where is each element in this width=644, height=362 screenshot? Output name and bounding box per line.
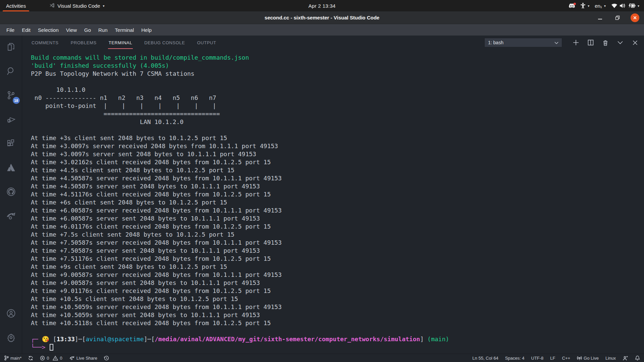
terminal-line: LAN 10.1.2.0 — [31, 118, 641, 126]
terminal-line: ┌─ 😘 [13:33]─[avinal@spacetime]─[/media/… — [31, 335, 641, 343]
accounts-icon[interactable] — [3, 305, 19, 321]
extensions-icon[interactable] — [3, 135, 19, 152]
wifi-icon — [611, 3, 618, 8]
terminal-line: At time +4.5s client sent 2048 bytes to … — [31, 166, 641, 174]
menu-help[interactable]: Help — [138, 26, 155, 34]
github-icon[interactable] — [3, 184, 19, 200]
feedback-icon — [623, 356, 628, 361]
terminal-panel: COMMENTS PROBLEMS TERMINAL DEBUG CONSOLE… — [22, 36, 644, 354]
live-share-icon[interactable] — [3, 208, 19, 224]
terminal-line: At time +7.5s client sent 2048 bytes to … — [31, 231, 641, 239]
eol-sequence[interactable]: LF — [550, 356, 555, 361]
chevron-down-icon — [554, 40, 558, 45]
split-terminal-icon[interactable] — [586, 38, 595, 47]
terminal-line: At time +9s client sent 2048 bytes to 10… — [31, 263, 641, 271]
run-debug-icon[interactable] — [3, 111, 19, 127]
terminal-line: At time +7.50587s server received 2048 b… — [31, 239, 641, 247]
activities-label: Activities — [6, 3, 26, 9]
terminal-line: Build commands will be stored in build/c… — [31, 54, 641, 62]
terminal-line: At time +7.51176s client received 2048 b… — [31, 255, 641, 263]
desktop: Activities Visual Studio Code ▾ Apr 2 13… — [0, 0, 644, 362]
menu-view[interactable]: View — [62, 26, 80, 34]
accessibility-tray-button[interactable]: ▾ — [580, 3, 589, 9]
terminal-line — [31, 327, 641, 335]
language-mode[interactable]: C++ — [562, 356, 571, 361]
terminal-line: At time +6.00587s server received 2048 b… — [31, 206, 641, 215]
close-panel-icon[interactable] — [631, 38, 639, 47]
menu-file[interactable]: File — [3, 26, 18, 34]
terminal-line: At time +3.02162s client received 2048 b… — [31, 158, 641, 166]
source-control-badge: 18 — [13, 97, 20, 104]
go-live-button[interactable]: Go Live — [577, 356, 599, 361]
activities-button[interactable]: Activities — [0, 0, 32, 11]
eol-label: LF — [550, 356, 555, 361]
search-icon[interactable] — [3, 63, 19, 79]
app-menu-button[interactable]: Visual Studio Code ▾ — [45, 0, 109, 11]
discord-tray-icon[interactable] — [569, 3, 575, 8]
broadcast-icon — [577, 356, 582, 361]
tab-problems[interactable]: PROBLEMS — [70, 36, 97, 49]
indentation[interactable]: Spaces: 4 — [505, 356, 525, 361]
feedback-button[interactable] — [623, 356, 628, 361]
terminal-line: At time +10.5059s server received 2048 b… — [31, 303, 641, 311]
go-live-label: Go Live — [584, 356, 599, 361]
timeline-icon — [104, 356, 109, 361]
terminal-output[interactable]: Build commands will be stored in build/c… — [22, 50, 644, 354]
chevron-down-icon: ▾ — [588, 4, 589, 8]
terminal-line: At time +9.01176s client received 2048 b… — [31, 287, 641, 295]
encoding[interactable]: UTF-8 — [531, 356, 544, 361]
kill-terminal-icon[interactable] — [601, 38, 610, 47]
system-top-bar: Activities Visual Studio Code ▾ Apr 2 13… — [0, 0, 644, 11]
menu-edit[interactable]: Edit — [18, 26, 34, 34]
warning-count: 0 — [60, 356, 62, 361]
tab-terminal[interactable]: TERMINAL — [108, 36, 133, 49]
live-share-label: Live Share — [76, 356, 97, 361]
restore-button[interactable] — [613, 13, 622, 22]
sync-button[interactable] — [28, 356, 33, 361]
menu-terminal[interactable]: Terminal — [111, 26, 138, 34]
explorer-icon[interactable] — [3, 39, 19, 55]
window-title: second.cc - sixth-semester - Visual Stud… — [0, 15, 644, 20]
terminal-line: At time +3s client sent 2048 bytes to 10… — [31, 134, 641, 142]
branch-icon — [4, 355, 9, 361]
sync-icon — [28, 356, 33, 361]
notifications-button[interactable] — [635, 355, 640, 361]
cursor-position[interactable]: Ln 55, Col 64 — [472, 356, 498, 361]
keyboard-layout-button[interactable]: en₁ ▾ — [595, 3, 606, 9]
clock[interactable]: Apr 2 13:34 — [305, 3, 339, 9]
battery-charging-icon — [628, 3, 636, 8]
maximize-panel-icon[interactable] — [616, 38, 625, 47]
new-terminal-icon[interactable] — [572, 38, 580, 47]
system-status-button[interactable]: ▾ — [611, 3, 639, 8]
live-share-status[interactable]: Live Share — [69, 355, 97, 361]
menu-go[interactable]: Go — [80, 26, 95, 34]
minimize-button[interactable] — [596, 13, 604, 22]
atlassian-icon[interactable] — [3, 160, 19, 176]
activity-bar: 18 — [0, 36, 22, 354]
chevron-down-icon: ▾ — [604, 4, 606, 8]
branch-status[interactable]: main* — [4, 355, 21, 361]
menu-run[interactable]: Run — [95, 26, 111, 34]
terminal-line: At time +7.50587s server sent 2048 bytes… — [31, 247, 641, 255]
keyboard-layout-label: en₁ — [595, 3, 602, 9]
terminal-line: point-to-point | | | | | | | — [31, 102, 641, 110]
terminal-picker-value: 1: bash — [488, 40, 503, 45]
chevron-down-icon: ▾ — [103, 4, 105, 8]
source-control-icon[interactable]: 18 — [3, 87, 19, 103]
remote-os[interactable]: Linux — [605, 356, 616, 361]
tab-debug-console[interactable]: DEBUG CONSOLE — [144, 36, 185, 49]
window-title-bar: second.cc - sixth-semester - Visual Stud… — [0, 11, 644, 24]
terminal-line: At time +9.00587s server sent 2048 bytes… — [31, 279, 641, 287]
timeline-button[interactable] — [104, 356, 109, 361]
terminal-picker-dropdown[interactable]: 1: bash — [484, 38, 562, 47]
notification-dot — [574, 3, 576, 5]
tab-output[interactable]: OUTPUT — [196, 36, 217, 49]
settings-gear-icon[interactable] — [3, 329, 19, 346]
branch-label: main* — [10, 356, 21, 361]
problems-status[interactable]: 0 0 — [40, 356, 62, 361]
terminal-line: At time +10.5118s client received 2048 b… — [31, 319, 641, 327]
menu-selection[interactable]: Selection — [34, 26, 62, 34]
tab-comments[interactable]: COMMENTS — [31, 36, 59, 49]
terminal-line: At time +10.5059s server sent 2048 bytes… — [31, 311, 641, 319]
close-button[interactable]: ✕ — [631, 13, 639, 22]
